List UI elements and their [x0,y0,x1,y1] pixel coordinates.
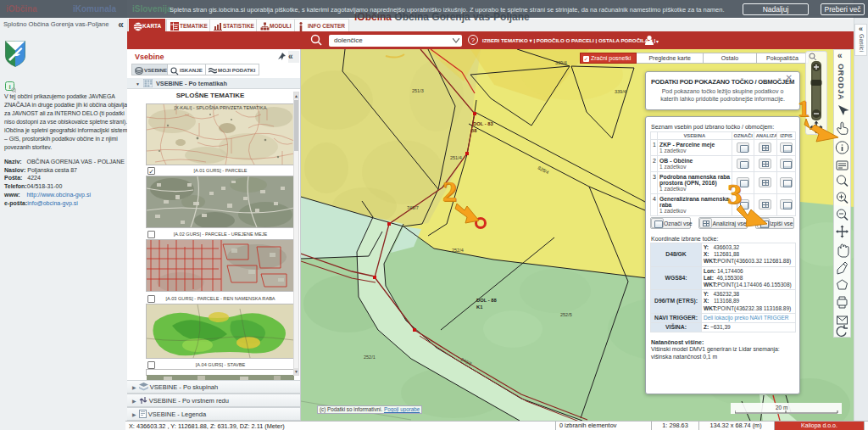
svg-text:i: i [8,83,10,91]
svg-text:749/7: 749/7 [407,205,419,210]
svg-text:DOL - 83: DOL - 83 [473,121,494,126]
svg-text:252/1: 252/1 [364,355,376,360]
svg-text:DOL - 88: DOL - 88 [476,298,498,303]
svg-text:251/4: 251/4 [450,155,462,160]
svg-text:339/4: 339/4 [555,60,567,65]
svg-text:252/4: 252/4 [452,248,464,253]
svg-text:339/4: 339/4 [615,89,626,94]
svg-text:58: 58 [471,128,477,133]
svg-text:252/5: 252/5 [560,312,572,317]
svg-text:K1: K1 [476,304,483,310]
svg-text:251/3: 251/3 [412,88,424,93]
